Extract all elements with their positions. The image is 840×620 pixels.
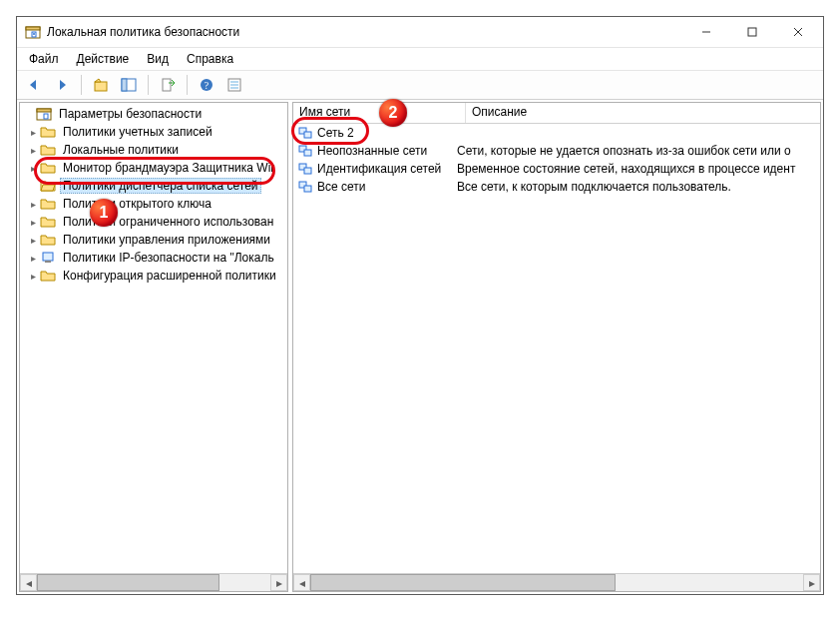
- expander-icon[interactable]: ▸: [26, 127, 40, 138]
- back-button[interactable]: [21, 72, 47, 98]
- column-header-desc[interactable]: Описание: [466, 103, 820, 123]
- list-hscrollbar[interactable]: ◂ ▸: [293, 573, 820, 591]
- list-header: Имя сети Описание: [293, 103, 820, 124]
- scroll-right-button[interactable]: ▸: [803, 574, 820, 591]
- svg-rect-11: [163, 79, 171, 91]
- tree-hscrollbar[interactable]: ◂ ▸: [20, 573, 287, 591]
- up-level-button[interactable]: [88, 72, 114, 98]
- svg-text:?: ?: [205, 80, 210, 91]
- tree-item-label: Конфигурация расширенной политики: [60, 268, 279, 284]
- toolbar-separator: [81, 75, 82, 95]
- svg-rect-10: [122, 79, 127, 91]
- minimize-button[interactable]: [683, 17, 729, 47]
- scroll-left-button[interactable]: ◂: [293, 574, 310, 591]
- tree-item[interactable]: ▸ Политики учетных записей: [20, 123, 287, 141]
- network-icon: [297, 161, 313, 177]
- network-icon: [297, 125, 313, 141]
- tree-item[interactable]: ▸ Монитор брандмауэра Защитника Wir: [20, 159, 287, 177]
- list-item-label: Неопознанные сети: [317, 144, 427, 158]
- tree-item-label: Монитор брандмауэра Защитника Wir: [60, 160, 277, 176]
- folder-icon: [40, 268, 56, 284]
- svg-rect-30: [304, 186, 311, 192]
- ipsec-icon: [40, 250, 56, 266]
- scroll-thumb[interactable]: [310, 574, 616, 591]
- toolbar-separator: [187, 75, 188, 95]
- list-item-label: Идентификация сетей: [317, 162, 441, 176]
- close-button[interactable]: [775, 17, 821, 47]
- scroll-track[interactable]: [310, 574, 803, 591]
- network-icon: [297, 179, 313, 195]
- list-item[interactable]: Сеть 2: [293, 124, 453, 142]
- list-pane: Имя сети Описание Сеть 2 Неопознанные се…: [292, 102, 821, 592]
- toolbar-separator: [148, 75, 149, 95]
- expander-icon[interactable]: ▸: [26, 235, 40, 246]
- tree-item-label: Политики учетных записей: [60, 124, 215, 140]
- list-item-desc: Сети, которые не удается опознать из-за …: [453, 142, 820, 160]
- forward-button[interactable]: [49, 72, 75, 98]
- folder-icon: [40, 232, 56, 248]
- folder-icon: [40, 214, 56, 230]
- list-body: Сеть 2 Неопознанные сети Идентификация с…: [293, 124, 820, 573]
- tree-item-label: Политики диспетчера списка сетей: [60, 178, 261, 194]
- list-item[interactable]: Все сети: [293, 178, 453, 196]
- list-item[interactable]: Идентификация сетей: [293, 160, 453, 178]
- svg-rect-1: [26, 27, 40, 30]
- main-window: Локальная политика безопасности Файл Дей…: [16, 16, 824, 595]
- folder-icon: [40, 160, 56, 176]
- tree-item[interactable]: ▸ Конфигурация расширенной политики: [20, 267, 287, 285]
- scroll-track[interactable]: [37, 574, 270, 591]
- split-body: Параметры безопасности ▸ Политики учетны…: [17, 100, 823, 594]
- svg-rect-24: [304, 132, 311, 138]
- show-hide-tree-button[interactable]: [116, 72, 142, 98]
- properties-button[interactable]: [221, 72, 247, 98]
- tree-pane: Параметры безопасности ▸ Политики учетны…: [19, 102, 288, 592]
- column-header-name[interactable]: Имя сети: [293, 103, 466, 123]
- tree-item[interactable]: ▸ Локальные политики: [20, 141, 287, 159]
- tree-item-label: Политики открытого ключа: [60, 196, 214, 212]
- tree-item-label: Политики ограниченного использован: [60, 214, 276, 230]
- tree-root[interactable]: Параметры безопасности: [20, 105, 287, 123]
- scroll-left-button[interactable]: ◂: [20, 574, 37, 591]
- tree-item-label: Политики IP-безопасности на "Локаль: [60, 250, 277, 266]
- maximize-button[interactable]: [729, 17, 775, 47]
- folder-icon: [40, 142, 56, 158]
- svg-rect-19: [37, 109, 51, 112]
- menu-view[interactable]: Вид: [139, 50, 177, 68]
- scroll-right-button[interactable]: ▸: [270, 574, 287, 591]
- folder-icon: [40, 124, 56, 140]
- svg-rect-21: [43, 253, 53, 261]
- folder-open-icon: [40, 178, 56, 194]
- expander-icon[interactable]: ▸: [26, 199, 40, 210]
- list-item-label: Все сети: [317, 180, 366, 194]
- security-settings-icon: [36, 106, 52, 122]
- list-item[interactable]: Неопознанные сети: [293, 142, 453, 160]
- tree-root-label: Параметры безопасности: [56, 106, 205, 122]
- svg-rect-28: [304, 168, 311, 174]
- menu-file[interactable]: Файл: [21, 50, 67, 68]
- menu-action[interactable]: Действие: [69, 50, 138, 68]
- svg-point-3: [33, 33, 35, 35]
- expander-icon[interactable]: ▸: [26, 145, 40, 156]
- tree-item[interactable]: ▸ Политики открытого ключа: [20, 195, 287, 213]
- folder-icon: [40, 196, 56, 212]
- tree-view[interactable]: Параметры безопасности ▸ Политики учетны…: [20, 103, 287, 573]
- expander-icon[interactable]: ▸: [26, 253, 40, 264]
- tree-item[interactable]: ▸ Политики IP-безопасности на "Локаль: [20, 249, 287, 267]
- tree-item-selected[interactable]: Политики диспетчера списка сетей: [20, 177, 287, 195]
- menu-help[interactable]: Справка: [179, 50, 241, 68]
- menu-bar: Файл Действие Вид Справка: [17, 48, 823, 70]
- list-item-label: Сеть 2: [317, 126, 354, 140]
- export-list-button[interactable]: [155, 72, 181, 98]
- app-icon: [25, 24, 41, 40]
- title-bar: Локальная политика безопасности: [17, 17, 823, 48]
- svg-rect-22: [45, 261, 51, 263]
- help-button[interactable]: ?: [194, 72, 219, 98]
- tree-item[interactable]: ▸ Политики управления приложениями: [20, 231, 287, 249]
- toolbar: ?: [17, 70, 823, 100]
- expander-icon[interactable]: ▸: [26, 163, 40, 174]
- expander-icon[interactable]: ▸: [26, 217, 40, 228]
- expander-icon[interactable]: ▸: [26, 271, 40, 282]
- tree-item[interactable]: ▸ Политики ограниченного использован: [20, 213, 287, 231]
- scroll-thumb[interactable]: [37, 574, 219, 591]
- network-icon: [297, 143, 313, 159]
